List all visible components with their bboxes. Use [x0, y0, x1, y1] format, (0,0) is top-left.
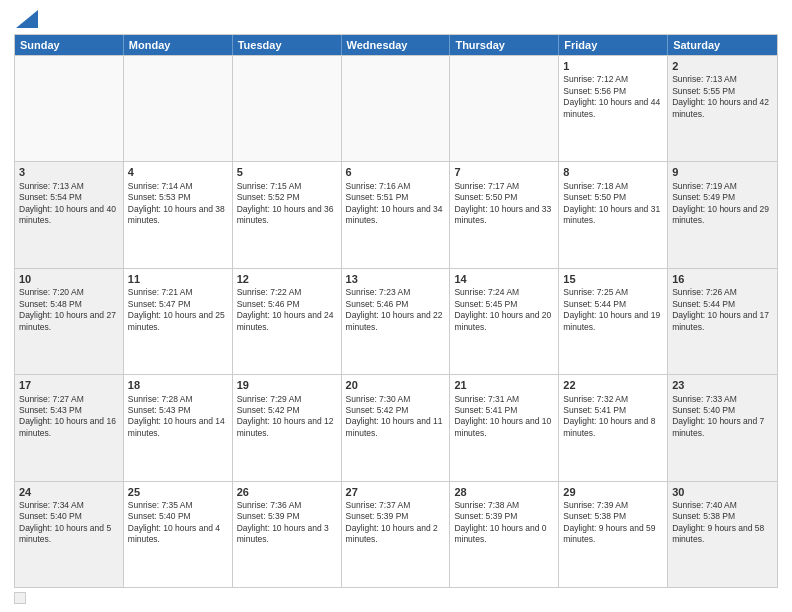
cal-cell: 1Sunrise: 7:12 AM Sunset: 5:56 PM Daylig… [559, 56, 668, 161]
cell-info: Sunrise: 7:15 AM Sunset: 5:52 PM Dayligh… [237, 181, 337, 227]
header-day-friday: Friday [559, 35, 668, 55]
legend-box [14, 592, 26, 604]
day-number: 21 [454, 378, 554, 392]
cal-cell: 18Sunrise: 7:28 AM Sunset: 5:43 PM Dayli… [124, 375, 233, 480]
header-day-thursday: Thursday [450, 35, 559, 55]
cell-info: Sunrise: 7:18 AM Sunset: 5:50 PM Dayligh… [563, 181, 663, 227]
day-number: 23 [672, 378, 773, 392]
day-number: 20 [346, 378, 446, 392]
day-number: 27 [346, 485, 446, 499]
header-day-tuesday: Tuesday [233, 35, 342, 55]
cell-info: Sunrise: 7:13 AM Sunset: 5:54 PM Dayligh… [19, 181, 119, 227]
cell-info: Sunrise: 7:39 AM Sunset: 5:38 PM Dayligh… [563, 500, 663, 546]
cal-cell: 5Sunrise: 7:15 AM Sunset: 5:52 PM Daylig… [233, 162, 342, 267]
cal-cell: 30Sunrise: 7:40 AM Sunset: 5:38 PM Dayli… [668, 482, 777, 587]
cal-cell: 17Sunrise: 7:27 AM Sunset: 5:43 PM Dayli… [15, 375, 124, 480]
cell-info: Sunrise: 7:31 AM Sunset: 5:41 PM Dayligh… [454, 394, 554, 440]
day-number: 29 [563, 485, 663, 499]
cal-cell: 27Sunrise: 7:37 AM Sunset: 5:39 PM Dayli… [342, 482, 451, 587]
cell-info: Sunrise: 7:30 AM Sunset: 5:42 PM Dayligh… [346, 394, 446, 440]
day-number: 24 [19, 485, 119, 499]
day-number: 25 [128, 485, 228, 499]
week-row-4: 24Sunrise: 7:34 AM Sunset: 5:40 PM Dayli… [15, 481, 777, 587]
week-row-1: 3Sunrise: 7:13 AM Sunset: 5:54 PM Daylig… [15, 161, 777, 267]
day-number: 7 [454, 165, 554, 179]
day-number: 1 [563, 59, 663, 73]
cell-info: Sunrise: 7:36 AM Sunset: 5:39 PM Dayligh… [237, 500, 337, 546]
cell-info: Sunrise: 7:40 AM Sunset: 5:38 PM Dayligh… [672, 500, 773, 546]
day-number: 30 [672, 485, 773, 499]
cell-info: Sunrise: 7:32 AM Sunset: 5:41 PM Dayligh… [563, 394, 663, 440]
cal-cell: 2Sunrise: 7:13 AM Sunset: 5:55 PM Daylig… [668, 56, 777, 161]
day-number: 13 [346, 272, 446, 286]
week-row-0: 1Sunrise: 7:12 AM Sunset: 5:56 PM Daylig… [15, 55, 777, 161]
cal-cell [450, 56, 559, 161]
day-number: 16 [672, 272, 773, 286]
cell-info: Sunrise: 7:17 AM Sunset: 5:50 PM Dayligh… [454, 181, 554, 227]
cal-cell: 14Sunrise: 7:24 AM Sunset: 5:45 PM Dayli… [450, 269, 559, 374]
cal-cell: 15Sunrise: 7:25 AM Sunset: 5:44 PM Dayli… [559, 269, 668, 374]
day-number: 10 [19, 272, 119, 286]
cal-cell: 20Sunrise: 7:30 AM Sunset: 5:42 PM Dayli… [342, 375, 451, 480]
day-number: 14 [454, 272, 554, 286]
cal-cell: 28Sunrise: 7:38 AM Sunset: 5:39 PM Dayli… [450, 482, 559, 587]
cell-info: Sunrise: 7:16 AM Sunset: 5:51 PM Dayligh… [346, 181, 446, 227]
calendar: SundayMondayTuesdayWednesdayThursdayFrid… [14, 34, 778, 588]
svg-marker-0 [16, 10, 38, 28]
page: SundayMondayTuesdayWednesdayThursdayFrid… [0, 0, 792, 612]
cal-cell: 12Sunrise: 7:22 AM Sunset: 5:46 PM Dayli… [233, 269, 342, 374]
day-number: 4 [128, 165, 228, 179]
logo [14, 10, 38, 28]
day-number: 28 [454, 485, 554, 499]
cell-info: Sunrise: 7:14 AM Sunset: 5:53 PM Dayligh… [128, 181, 228, 227]
cal-cell: 24Sunrise: 7:34 AM Sunset: 5:40 PM Dayli… [15, 482, 124, 587]
cal-cell: 21Sunrise: 7:31 AM Sunset: 5:41 PM Dayli… [450, 375, 559, 480]
legend [14, 592, 778, 604]
cal-cell: 4Sunrise: 7:14 AM Sunset: 5:53 PM Daylig… [124, 162, 233, 267]
day-number: 3 [19, 165, 119, 179]
day-number: 2 [672, 59, 773, 73]
day-number: 22 [563, 378, 663, 392]
cal-cell [15, 56, 124, 161]
cell-info: Sunrise: 7:25 AM Sunset: 5:44 PM Dayligh… [563, 287, 663, 333]
cal-cell: 22Sunrise: 7:32 AM Sunset: 5:41 PM Dayli… [559, 375, 668, 480]
cell-info: Sunrise: 7:33 AM Sunset: 5:40 PM Dayligh… [672, 394, 773, 440]
cal-cell: 10Sunrise: 7:20 AM Sunset: 5:48 PM Dayli… [15, 269, 124, 374]
cal-cell: 8Sunrise: 7:18 AM Sunset: 5:50 PM Daylig… [559, 162, 668, 267]
cal-cell: 9Sunrise: 7:19 AM Sunset: 5:49 PM Daylig… [668, 162, 777, 267]
header [14, 10, 778, 28]
cal-cell [342, 56, 451, 161]
logo-icon [16, 10, 38, 28]
header-day-wednesday: Wednesday [342, 35, 451, 55]
header-day-saturday: Saturday [668, 35, 777, 55]
cell-info: Sunrise: 7:21 AM Sunset: 5:47 PM Dayligh… [128, 287, 228, 333]
cell-info: Sunrise: 7:19 AM Sunset: 5:49 PM Dayligh… [672, 181, 773, 227]
cal-cell: 26Sunrise: 7:36 AM Sunset: 5:39 PM Dayli… [233, 482, 342, 587]
cell-info: Sunrise: 7:22 AM Sunset: 5:46 PM Dayligh… [237, 287, 337, 333]
header-day-sunday: Sunday [15, 35, 124, 55]
day-number: 15 [563, 272, 663, 286]
calendar-body: 1Sunrise: 7:12 AM Sunset: 5:56 PM Daylig… [15, 55, 777, 587]
day-number: 9 [672, 165, 773, 179]
day-number: 12 [237, 272, 337, 286]
cal-cell: 25Sunrise: 7:35 AM Sunset: 5:40 PM Dayli… [124, 482, 233, 587]
cal-cell: 7Sunrise: 7:17 AM Sunset: 5:50 PM Daylig… [450, 162, 559, 267]
cell-info: Sunrise: 7:28 AM Sunset: 5:43 PM Dayligh… [128, 394, 228, 440]
day-number: 11 [128, 272, 228, 286]
header-day-monday: Monday [124, 35, 233, 55]
cell-info: Sunrise: 7:37 AM Sunset: 5:39 PM Dayligh… [346, 500, 446, 546]
cell-info: Sunrise: 7:34 AM Sunset: 5:40 PM Dayligh… [19, 500, 119, 546]
cell-info: Sunrise: 7:24 AM Sunset: 5:45 PM Dayligh… [454, 287, 554, 333]
day-number: 18 [128, 378, 228, 392]
cal-cell: 23Sunrise: 7:33 AM Sunset: 5:40 PM Dayli… [668, 375, 777, 480]
cal-cell: 13Sunrise: 7:23 AM Sunset: 5:46 PM Dayli… [342, 269, 451, 374]
cal-cell: 19Sunrise: 7:29 AM Sunset: 5:42 PM Dayli… [233, 375, 342, 480]
cell-info: Sunrise: 7:12 AM Sunset: 5:56 PM Dayligh… [563, 74, 663, 120]
cell-info: Sunrise: 7:27 AM Sunset: 5:43 PM Dayligh… [19, 394, 119, 440]
cal-cell: 16Sunrise: 7:26 AM Sunset: 5:44 PM Dayli… [668, 269, 777, 374]
cell-info: Sunrise: 7:29 AM Sunset: 5:42 PM Dayligh… [237, 394, 337, 440]
cal-cell: 6Sunrise: 7:16 AM Sunset: 5:51 PM Daylig… [342, 162, 451, 267]
cal-cell: 29Sunrise: 7:39 AM Sunset: 5:38 PM Dayli… [559, 482, 668, 587]
day-number: 5 [237, 165, 337, 179]
cell-info: Sunrise: 7:20 AM Sunset: 5:48 PM Dayligh… [19, 287, 119, 333]
